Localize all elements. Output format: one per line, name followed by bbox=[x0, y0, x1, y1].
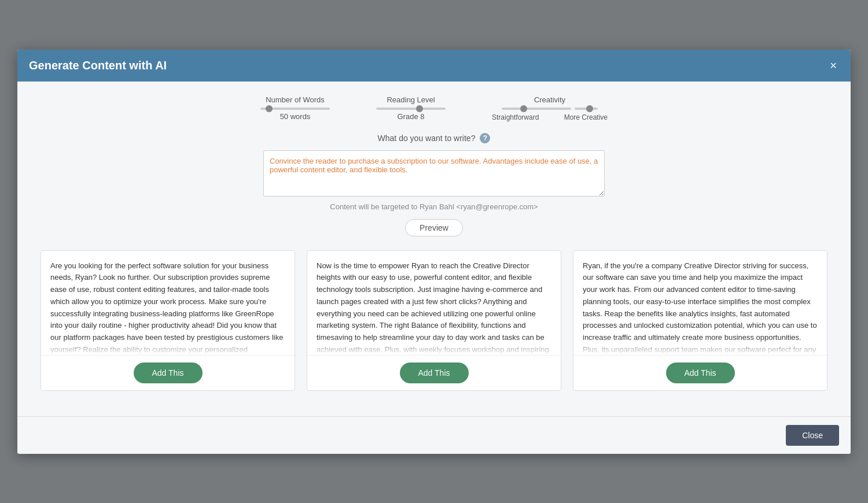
words-slider[interactable] bbox=[260, 108, 330, 110]
add-button-2[interactable]: Add This bbox=[400, 363, 469, 383]
question-label: What do you want to write? bbox=[378, 134, 476, 143]
preview-row: Preview bbox=[41, 219, 827, 236]
creativity-slider[interactable] bbox=[502, 108, 571, 110]
modal-header: Generate Content with AI × bbox=[17, 50, 851, 82]
close-footer-button[interactable]: Close bbox=[786, 425, 839, 446]
creativity-labels: Straightforward More Creative bbox=[492, 113, 608, 121]
preview-button[interactable]: Preview bbox=[405, 219, 463, 236]
content-card-2: Now is the time to empower Ryan to reach… bbox=[307, 250, 561, 391]
prompt-textarea[interactable] bbox=[263, 150, 605, 197]
words-control-group: Number of Words 50 words bbox=[260, 95, 330, 121]
card-footer-1: Add This bbox=[41, 355, 295, 390]
textarea-container bbox=[41, 150, 827, 197]
creativity-right-label: More Creative bbox=[564, 113, 608, 121]
modal-footer: Close bbox=[17, 416, 851, 454]
modal-title: Generate Content with AI bbox=[29, 59, 167, 72]
add-button-3[interactable]: Add This bbox=[666, 363, 735, 383]
reading-value: Grade 8 bbox=[398, 112, 425, 121]
words-label: Number of Words bbox=[266, 95, 325, 104]
modal-close-button[interactable]: × bbox=[827, 60, 839, 71]
modal-body: Number of Words 50 words Reading Level G… bbox=[17, 82, 851, 416]
card-text-2: Now is the time to empower Ryan to reach… bbox=[307, 251, 561, 355]
content-cards: Are you looking for the perfect software… bbox=[41, 250, 827, 391]
content-card-1: Are you looking for the perfect software… bbox=[41, 250, 295, 391]
card-footer-2: Add This bbox=[307, 355, 561, 390]
content-card-3: Ryan, if the you're a company Creative D… bbox=[573, 250, 827, 391]
add-button-1[interactable]: Add This bbox=[134, 363, 203, 383]
reading-control-group: Reading Level Grade 8 bbox=[376, 95, 446, 121]
card-text-3: Ryan, if the you're a company Creative D… bbox=[573, 251, 827, 355]
help-icon[interactable]: ? bbox=[480, 133, 490, 143]
creativity-slider-2[interactable] bbox=[575, 108, 598, 110]
creativity-slider-row bbox=[502, 108, 598, 110]
generate-content-modal: Generate Content with AI × Number of Wor… bbox=[17, 50, 851, 454]
controls-row: Number of Words 50 words Reading Level G… bbox=[41, 95, 827, 121]
words-slider-row bbox=[260, 108, 330, 110]
card-footer-3: Add This bbox=[573, 355, 827, 390]
question-row: What do you want to write? ? bbox=[41, 133, 827, 143]
reading-slider-row bbox=[376, 108, 446, 110]
reading-label: Reading Level bbox=[387, 95, 435, 104]
reading-slider[interactable] bbox=[376, 108, 446, 110]
creativity-left-label: Straightforward bbox=[492, 113, 539, 121]
card-text-1: Are you looking for the perfect software… bbox=[41, 251, 295, 355]
words-value: 50 words bbox=[280, 112, 311, 121]
creativity-label: Creativity bbox=[534, 95, 565, 104]
creativity-control-group: Creativity Straightforward More Creative bbox=[492, 95, 608, 121]
target-text: Content will be targeted to Ryan Bahl <r… bbox=[41, 202, 827, 211]
